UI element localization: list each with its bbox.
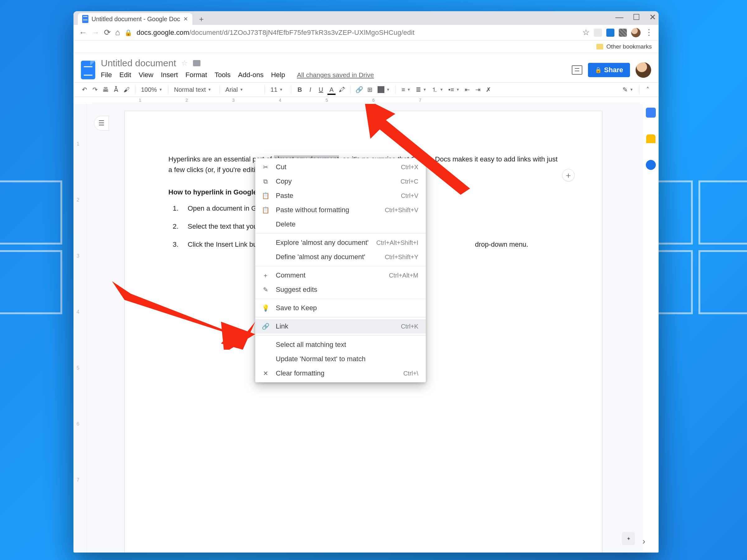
context-menu-item[interactable]: ✂CutCtrl+X [255, 160, 426, 174]
context-menu-shortcut: Ctrl+X [401, 164, 418, 171]
save-status[interactable]: All changes saved in Drive [297, 71, 374, 79]
context-menu-icon: 🔗 [261, 323, 269, 330]
doc-title[interactable]: Untitled document [101, 58, 176, 69]
insert-image-button[interactable]: ▼ [376, 86, 392, 93]
explore-button[interactable]: ✦ [622, 532, 635, 545]
redo-button[interactable]: ↷ [90, 85, 100, 94]
browser-tab[interactable]: Untitled document - Google Doc ✕ [78, 13, 192, 25]
tab-close-icon[interactable]: ✕ [183, 16, 188, 22]
style-dropdown[interactable]: Normal text▼ [172, 86, 216, 93]
window-minimize-icon[interactable]: — [615, 12, 623, 22]
context-menu-label: Select all matching text [276, 341, 412, 349]
document-outline-button[interactable]: ☰ [94, 116, 109, 131]
new-tab-button[interactable]: ＋ [196, 14, 207, 24]
window-maximize-icon[interactable]: ☐ [633, 12, 640, 22]
context-menu-label: Define 'almost any document' [276, 253, 379, 261]
bold-button[interactable]: B [295, 85, 304, 94]
print-button[interactable]: 🖶 [101, 85, 110, 94]
context-menu-label: Save to Keep [276, 304, 412, 312]
extension-icon[interactable] [594, 29, 602, 37]
menu-view[interactable]: View [138, 71, 153, 79]
profile-avatar-icon[interactable] [631, 28, 641, 37]
extension-icon[interactable] [606, 29, 614, 37]
context-menu-item[interactable]: Select all matching text [255, 338, 426, 352]
font-dropdown[interactable]: Arial▼ [224, 86, 261, 93]
lock-icon: 🔒 [595, 66, 602, 74]
docs-logo-icon[interactable] [81, 61, 95, 79]
window-close-icon[interactable]: ✕ [649, 12, 656, 22]
context-menu-shortcut: Ctrl+Shift+Y [385, 254, 418, 261]
context-menu-item[interactable]: Explore 'almost any document'Ctrl+Alt+Sh… [255, 236, 426, 250]
editing-mode-button[interactable]: ✎▼ [621, 86, 635, 93]
context-menu-item[interactable]: 💡Save to Keep [255, 301, 426, 315]
bookmark-label[interactable]: Other bookmarks [606, 43, 652, 50]
menu-addons[interactable]: Add-ons [238, 71, 264, 79]
star-bookmark-icon[interactable]: ☆ [582, 28, 590, 37]
context-menu-item[interactable]: Delete [255, 217, 426, 232]
star-icon[interactable]: ☆ [181, 59, 188, 68]
lock-icon[interactable]: 🔒 [125, 29, 132, 36]
insert-comment-button[interactable]: ⊞ [365, 85, 375, 94]
context-menu-label: Copy [276, 177, 394, 185]
share-button[interactable]: 🔒Share [588, 63, 630, 77]
numbered-list-button[interactable]: ⒈▼ [430, 85, 445, 94]
zoom-dropdown[interactable]: 100%▼ [139, 86, 164, 93]
nav-home-icon[interactable]: ⌂ [115, 28, 120, 37]
menu-insert[interactable]: Insert [161, 71, 178, 79]
bulleted-list-button[interactable]: •≡▼ [446, 86, 462, 93]
clear-format-button[interactable]: ✗ [484, 85, 493, 94]
insert-link-button[interactable]: 🔗 [355, 85, 364, 94]
nav-forward-icon[interactable]: → [92, 28, 100, 37]
horizontal-ruler[interactable]: 1 2 3 4 5 6 7 [92, 97, 640, 104]
context-menu-item[interactable]: Define 'almost any document'Ctrl+Shift+Y [255, 250, 426, 264]
url-host: docs.google.com [137, 29, 189, 36]
context-menu-label: Paste without formatting [276, 206, 379, 214]
context-menu-item[interactable]: ⧉CopyCtrl+C [255, 174, 426, 189]
add-comment-fab[interactable]: ＋ [562, 169, 574, 181]
keep-icon[interactable] [646, 134, 655, 143]
open-comments-button[interactable] [572, 65, 582, 75]
context-menu-label: Update 'Normal text' to match [276, 355, 412, 363]
menu-file[interactable]: File [101, 71, 112, 79]
browser-menu-icon[interactable]: ⋮ [645, 28, 653, 37]
vertical-ruler[interactable]: 1 2 3 4 5 6 7 [74, 104, 87, 553]
nav-back-icon[interactable]: ← [79, 28, 87, 37]
align-button[interactable]: ≡▼ [400, 86, 413, 93]
context-menu-icon: ✂ [261, 163, 269, 171]
tasks-icon[interactable] [646, 160, 656, 170]
context-menu-item[interactable]: ✕Clear formattingCtrl+\ [255, 366, 426, 380]
menu-edit[interactable]: Edit [119, 71, 131, 79]
nav-reload-icon[interactable]: ⟳ [104, 28, 111, 37]
italic-button[interactable]: I [306, 85, 315, 94]
textcolor-button[interactable]: A [327, 85, 336, 94]
calendar-icon[interactable] [646, 108, 656, 117]
context-menu-item[interactable]: 📋PasteCtrl+V [255, 189, 426, 203]
menu-tools[interactable]: Tools [214, 71, 230, 79]
menu-format[interactable]: Format [185, 71, 207, 79]
undo-button[interactable]: ↶ [80, 85, 89, 94]
side-panel-toggle-icon[interactable]: › [642, 536, 652, 546]
url-text[interactable]: docs.google.com/document/d/1ZOoJ73T8jN4f… [137, 29, 578, 37]
browser-window: Untitled document - Google Doc ✕ ＋ — ☐ ✕… [74, 11, 659, 553]
paint-format-button[interactable]: 🖌 [122, 85, 131, 94]
context-menu-item[interactable]: ✎Suggest edits [255, 283, 426, 297]
menu-help[interactable]: Help [271, 71, 285, 79]
context-menu-item[interactable]: Update 'Normal text' to match [255, 352, 426, 366]
context-menu-shortcut: Ctrl+K [401, 323, 418, 330]
linespacing-button[interactable]: ≣▼ [414, 86, 429, 93]
fontsize-dropdown[interactable]: 11▼ [268, 86, 287, 93]
collapse-toolbar-icon[interactable]: ˄ [643, 85, 652, 94]
context-menu-item[interactable]: ＋CommentCtrl+Alt+M [255, 268, 426, 283]
context-menu-item[interactable]: 🔗LinkCtrl+K [255, 319, 426, 334]
account-avatar-icon[interactable] [636, 62, 651, 78]
bookmark-folder-icon[interactable] [596, 44, 603, 50]
indent-increase-button[interactable]: ⇥ [473, 85, 483, 94]
underline-button[interactable]: U [316, 85, 326, 94]
spellcheck-button[interactable]: Ᾱ [111, 85, 121, 94]
move-folder-icon[interactable] [193, 60, 201, 66]
context-menu-label: Clear formatting [276, 369, 397, 377]
context-menu-item[interactable]: 📋Paste without formattingCtrl+Shift+V [255, 203, 426, 217]
extension-icon[interactable] [619, 29, 627, 37]
indent-decrease-button[interactable]: ⇤ [463, 85, 472, 94]
highlight-button[interactable]: 🖍 [337, 85, 347, 94]
